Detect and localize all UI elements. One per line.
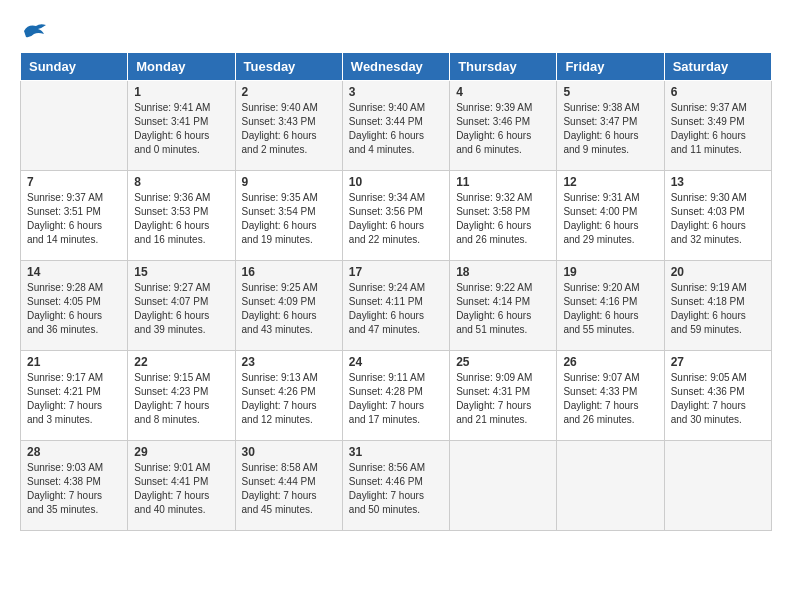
calendar-day-cell: 25Sunrise: 9:09 AM Sunset: 4:31 PM Dayli… [450,351,557,441]
day-info: Sunrise: 9:30 AM Sunset: 4:03 PM Dayligh… [671,191,765,247]
day-info: Sunrise: 9:20 AM Sunset: 4:16 PM Dayligh… [563,281,657,337]
calendar-day-cell: 15Sunrise: 9:27 AM Sunset: 4:07 PM Dayli… [128,261,235,351]
day-number: 26 [563,355,657,369]
weekday-header-cell: Sunday [21,53,128,81]
calendar-day-cell: 8Sunrise: 9:36 AM Sunset: 3:53 PM Daylig… [128,171,235,261]
calendar-day-cell: 5Sunrise: 9:38 AM Sunset: 3:47 PM Daylig… [557,81,664,171]
day-number: 23 [242,355,336,369]
day-number: 10 [349,175,443,189]
calendar-day-cell: 10Sunrise: 9:34 AM Sunset: 3:56 PM Dayli… [342,171,449,261]
day-number: 4 [456,85,550,99]
day-info: Sunrise: 9:32 AM Sunset: 3:58 PM Dayligh… [456,191,550,247]
calendar-day-cell: 26Sunrise: 9:07 AM Sunset: 4:33 PM Dayli… [557,351,664,441]
day-info: Sunrise: 9:38 AM Sunset: 3:47 PM Dayligh… [563,101,657,157]
day-number: 2 [242,85,336,99]
day-number: 22 [134,355,228,369]
day-number: 1 [134,85,228,99]
calendar-day-cell: 27Sunrise: 9:05 AM Sunset: 4:36 PM Dayli… [664,351,771,441]
day-number: 18 [456,265,550,279]
day-number: 12 [563,175,657,189]
day-number: 11 [456,175,550,189]
day-info: Sunrise: 9:11 AM Sunset: 4:28 PM Dayligh… [349,371,443,427]
day-info: Sunrise: 9:27 AM Sunset: 4:07 PM Dayligh… [134,281,228,337]
calendar-week-row: 14Sunrise: 9:28 AM Sunset: 4:05 PM Dayli… [21,261,772,351]
day-info: Sunrise: 9:34 AM Sunset: 3:56 PM Dayligh… [349,191,443,247]
calendar-day-cell: 19Sunrise: 9:20 AM Sunset: 4:16 PM Dayli… [557,261,664,351]
day-number: 29 [134,445,228,459]
logo [20,20,52,42]
day-info: Sunrise: 9:39 AM Sunset: 3:46 PM Dayligh… [456,101,550,157]
day-info: Sunrise: 9:41 AM Sunset: 3:41 PM Dayligh… [134,101,228,157]
page-header [20,20,772,42]
calendar-day-cell: 23Sunrise: 9:13 AM Sunset: 4:26 PM Dayli… [235,351,342,441]
day-number: 19 [563,265,657,279]
calendar-day-cell: 4Sunrise: 9:39 AM Sunset: 3:46 PM Daylig… [450,81,557,171]
calendar-day-cell: 29Sunrise: 9:01 AM Sunset: 4:41 PM Dayli… [128,441,235,531]
day-info: Sunrise: 9:24 AM Sunset: 4:11 PM Dayligh… [349,281,443,337]
weekday-header-cell: Thursday [450,53,557,81]
day-number: 8 [134,175,228,189]
calendar-day-cell: 9Sunrise: 9:35 AM Sunset: 3:54 PM Daylig… [235,171,342,261]
day-number: 14 [27,265,121,279]
day-number: 13 [671,175,765,189]
day-info: Sunrise: 9:40 AM Sunset: 3:43 PM Dayligh… [242,101,336,157]
day-info: Sunrise: 9:03 AM Sunset: 4:38 PM Dayligh… [27,461,121,517]
calendar-day-cell: 14Sunrise: 9:28 AM Sunset: 4:05 PM Dayli… [21,261,128,351]
day-info: Sunrise: 9:05 AM Sunset: 4:36 PM Dayligh… [671,371,765,427]
calendar-day-cell [557,441,664,531]
day-number: 31 [349,445,443,459]
day-number: 17 [349,265,443,279]
calendar-day-cell: 18Sunrise: 9:22 AM Sunset: 4:14 PM Dayli… [450,261,557,351]
calendar-day-cell [450,441,557,531]
day-info: Sunrise: 9:09 AM Sunset: 4:31 PM Dayligh… [456,371,550,427]
day-info: Sunrise: 9:22 AM Sunset: 4:14 PM Dayligh… [456,281,550,337]
calendar-day-cell: 2Sunrise: 9:40 AM Sunset: 3:43 PM Daylig… [235,81,342,171]
calendar-week-row: 21Sunrise: 9:17 AM Sunset: 4:21 PM Dayli… [21,351,772,441]
weekday-header-cell: Tuesday [235,53,342,81]
logo-bird-icon [20,20,48,42]
day-info: Sunrise: 9:36 AM Sunset: 3:53 PM Dayligh… [134,191,228,247]
calendar-day-cell: 13Sunrise: 9:30 AM Sunset: 4:03 PM Dayli… [664,171,771,261]
calendar-day-cell: 31Sunrise: 8:56 AM Sunset: 4:46 PM Dayli… [342,441,449,531]
day-number: 5 [563,85,657,99]
weekday-header-cell: Friday [557,53,664,81]
day-info: Sunrise: 9:35 AM Sunset: 3:54 PM Dayligh… [242,191,336,247]
day-info: Sunrise: 9:37 AM Sunset: 3:51 PM Dayligh… [27,191,121,247]
day-info: Sunrise: 9:37 AM Sunset: 3:49 PM Dayligh… [671,101,765,157]
day-info: Sunrise: 8:56 AM Sunset: 4:46 PM Dayligh… [349,461,443,517]
day-number: 28 [27,445,121,459]
calendar-day-cell: 6Sunrise: 9:37 AM Sunset: 3:49 PM Daylig… [664,81,771,171]
day-number: 16 [242,265,336,279]
calendar-day-cell: 20Sunrise: 9:19 AM Sunset: 4:18 PM Dayli… [664,261,771,351]
day-info: Sunrise: 9:01 AM Sunset: 4:41 PM Dayligh… [134,461,228,517]
day-info: Sunrise: 9:40 AM Sunset: 3:44 PM Dayligh… [349,101,443,157]
weekday-header-row: SundayMondayTuesdayWednesdayThursdayFrid… [21,53,772,81]
day-info: Sunrise: 9:28 AM Sunset: 4:05 PM Dayligh… [27,281,121,337]
calendar-day-cell [21,81,128,171]
calendar-week-row: 7Sunrise: 9:37 AM Sunset: 3:51 PM Daylig… [21,171,772,261]
calendar-day-cell: 22Sunrise: 9:15 AM Sunset: 4:23 PM Dayli… [128,351,235,441]
day-info: Sunrise: 8:58 AM Sunset: 4:44 PM Dayligh… [242,461,336,517]
calendar-day-cell: 24Sunrise: 9:11 AM Sunset: 4:28 PM Dayli… [342,351,449,441]
calendar-day-cell: 11Sunrise: 9:32 AM Sunset: 3:58 PM Dayli… [450,171,557,261]
day-number: 27 [671,355,765,369]
calendar-day-cell: 3Sunrise: 9:40 AM Sunset: 3:44 PM Daylig… [342,81,449,171]
day-number: 21 [27,355,121,369]
day-number: 24 [349,355,443,369]
day-number: 25 [456,355,550,369]
calendar-table: SundayMondayTuesdayWednesdayThursdayFrid… [20,52,772,531]
day-number: 30 [242,445,336,459]
day-number: 3 [349,85,443,99]
calendar-day-cell: 12Sunrise: 9:31 AM Sunset: 4:00 PM Dayli… [557,171,664,261]
day-info: Sunrise: 9:07 AM Sunset: 4:33 PM Dayligh… [563,371,657,427]
day-number: 15 [134,265,228,279]
calendar-day-cell: 7Sunrise: 9:37 AM Sunset: 3:51 PM Daylig… [21,171,128,261]
day-info: Sunrise: 9:31 AM Sunset: 4:00 PM Dayligh… [563,191,657,247]
calendar-day-cell: 17Sunrise: 9:24 AM Sunset: 4:11 PM Dayli… [342,261,449,351]
weekday-header-cell: Monday [128,53,235,81]
calendar-day-cell: 21Sunrise: 9:17 AM Sunset: 4:21 PM Dayli… [21,351,128,441]
day-number: 7 [27,175,121,189]
calendar-day-cell: 16Sunrise: 9:25 AM Sunset: 4:09 PM Dayli… [235,261,342,351]
weekday-header-cell: Wednesday [342,53,449,81]
calendar-day-cell: 28Sunrise: 9:03 AM Sunset: 4:38 PM Dayli… [21,441,128,531]
